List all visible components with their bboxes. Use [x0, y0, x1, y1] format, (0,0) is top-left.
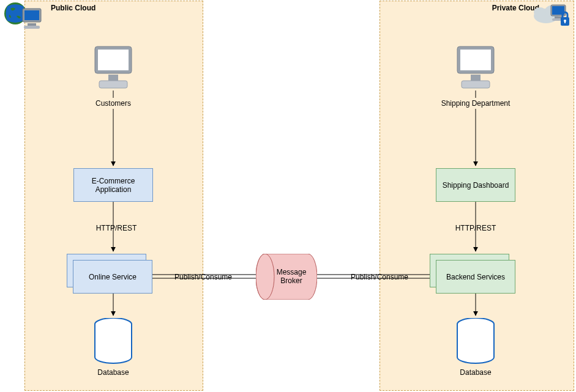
public-cloud-title: Public Cloud	[51, 4, 95, 12]
svg-rect-18	[99, 81, 127, 88]
cloud-lock-icon	[533, 0, 573, 31]
right-database-label: Database	[454, 368, 497, 377]
svg-rect-3	[28, 23, 36, 26]
customers-label: Customers	[86, 99, 141, 108]
shipping-dashboard-node: Shipping Dashboard	[436, 168, 515, 202]
architecture-diagram: Public Cloud Private Cloud Customers	[0, 0, 576, 392]
svg-rect-21	[471, 75, 481, 81]
shipping-dept-label: Shipping Department	[430, 99, 522, 108]
right-pubsub-label: Publish/Consume	[343, 273, 416, 281]
online-service-node: Online Service	[73, 260, 152, 294]
globe-computer-icon	[3, 0, 46, 34]
customers-computer-icon	[86, 42, 141, 97]
shipping-computer-icon	[448, 42, 503, 97]
right-http-rest-label: HTTP/REST	[451, 224, 500, 232]
svg-rect-4	[24, 26, 40, 29]
ecommerce-app-node: E-Commerce Application	[73, 168, 153, 202]
left-http-rest-label: HTTP/REST	[92, 224, 141, 232]
backend-services-node: Backend Services	[436, 260, 515, 294]
right-database-icon	[454, 318, 497, 366]
svg-point-7	[534, 7, 546, 17]
svg-rect-16	[98, 50, 129, 70]
ecommerce-app-label: E-Commerce Application	[77, 177, 150, 194]
svg-rect-20	[460, 50, 491, 70]
message-broker-label: Message Broker	[267, 268, 316, 285]
backend-services-label: Backend Services	[446, 273, 505, 281]
shipping-dashboard-label: Shipping Dashboard	[443, 181, 509, 190]
svg-rect-22	[462, 81, 490, 88]
left-pubsub-label: Publish/Consume	[166, 273, 240, 281]
left-database-icon	[92, 318, 135, 366]
online-service-label: Online Service	[89, 273, 137, 281]
svg-rect-17	[108, 75, 118, 81]
svg-rect-14	[564, 21, 566, 23]
svg-rect-2	[24, 10, 39, 20]
left-database-label: Database	[92, 368, 135, 377]
